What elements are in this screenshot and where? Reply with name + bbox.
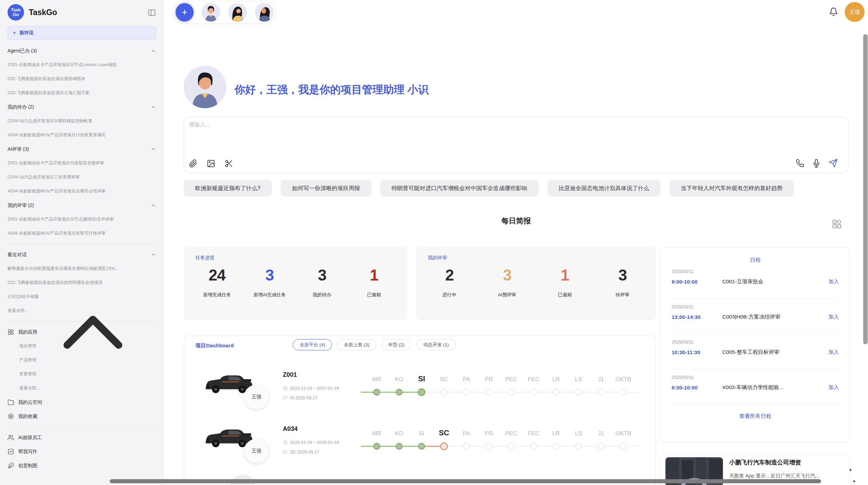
schedule-item-row: 10:30-11:30C005-整车工程目标评审加入 (672, 349, 839, 356)
sidebar-tool-write[interactable]: 帮我写作 (8, 445, 156, 459)
stat-row: 2进行中3AI预评审1已逾期3待评审 (428, 266, 644, 298)
greeting-text: 你好，王强，我是你的项目管理助理 小识 (234, 83, 429, 97)
sidebar-task-item[interactable]: C02-飞腾新能源轻客改款项目里程碑画布 (8, 72, 156, 86)
svg-text:MR: MR (372, 430, 381, 437)
join-meeting-link[interactable]: 加入 (829, 384, 839, 391)
join-meeting-link[interactable]: 加入 (829, 278, 839, 285)
stat-value: 1 (550, 266, 580, 284)
stat-value: 3 (607, 266, 638, 284)
dashboard-tab[interactable]: 全新上装 (3) (337, 339, 376, 350)
sidebar-tool-pen[interactable]: 创意制图 (8, 459, 156, 473)
label: 我的云空间 (18, 399, 42, 406)
agent-avatar-2[interactable] (228, 3, 247, 22)
sidebar-task-item[interactable]: A034-全新新能源MUV产品开发项目造型可行性评审 (8, 226, 156, 240)
dashboard-tab[interactable]: 动总开发 (1) (417, 339, 456, 350)
schedule-time: 10:30-11:30 (672, 349, 722, 356)
dashboard-tab[interactable]: 全新平台 (4) (293, 339, 332, 350)
sidebar-task-item[interactable]: Z001-全新燃油轻卡产品开发项目SI节点属性5D文件评审 (8, 212, 156, 226)
project-row[interactable]: 王强Z0012023-12-19 ~ 2027-01-19SI-2025-05-… (184, 371, 655, 425)
scroll-down-arrow-icon[interactable]: ▾ (849, 467, 852, 472)
scroll-right-arrow-icon[interactable]: ▸ (853, 478, 856, 483)
section-label: Agent已办 (3) (8, 48, 37, 54)
view-all-schedule-link[interactable]: 查看所有日程 (672, 413, 839, 420)
sidebar-section-header[interactable]: 我的待办 (2) (8, 100, 156, 114)
stat-label: 待评审 (607, 292, 638, 298)
composer-card (184, 117, 848, 173)
label: 我的收藏 (18, 413, 37, 420)
label: 创意制图 (18, 463, 37, 469)
project-date-range: 2023-12-19 ~ 2027-01-19 (283, 386, 339, 391)
sidebar-section-header-recent[interactable]: 最近对话 (8, 248, 156, 262)
sidebar-section-header[interactable]: AI评审 (3) (8, 142, 156, 156)
suggestion-chip[interactable]: 当下年轻人对汽车外观有怎样的喜好趋势 (670, 180, 794, 197)
project-dashboard-card: 项目Dashboard 全新平台 (4)全新上装 (3)年型 (2)动总开发 (… (184, 336, 656, 485)
sidebar-section-header[interactable]: Agent已办 (3) (8, 44, 156, 58)
sidebar-task-item[interactable]: A034-全新新能源MUV产品开发项目计划变更表编写 (8, 128, 156, 142)
sidebar-task-item[interactable]: Z001-全新燃油轻卡产品开发项目SI造型提交物评审 (8, 156, 156, 170)
sidebar-item-cloud-space[interactable]: 我的云空间 (8, 395, 156, 409)
recent-chat-item[interactable]: 解释最新出台的欧盟报废车法规再生塑料比例被调至15%... (8, 262, 156, 276)
section-label: 我的待办 (2) (8, 104, 34, 110)
sidebar-section-header[interactable]: 我的评审 (2) (8, 198, 156, 212)
notifications-bell-icon[interactable] (829, 7, 838, 16)
stat-label: 新增完成任务 (202, 292, 232, 298)
chat-input[interactable] (189, 121, 703, 153)
chevron-up-icon (41, 281, 144, 384)
section-label: 我的评审 (2) (8, 202, 34, 209)
date-range-text: 2023-12-19 ~ 2026-01-19 (290, 440, 339, 445)
add-agent-button[interactable]: + (176, 3, 194, 22)
sidebar-task-item[interactable]: C02-飞腾新能源轻客改款项目立项汇报方案 (8, 86, 156, 100)
layout-grid-icon[interactable] (832, 219, 842, 229)
stat-item: 1已逾期 (550, 266, 580, 298)
project-row[interactable]: 王强A0342023-12-19 ~ 2026-01-19SC-2025-05-… (184, 425, 655, 479)
insert-image-icon[interactable] (207, 159, 215, 168)
user-avatar[interactable]: 王强 (845, 2, 865, 22)
sidebar-item-favorites[interactable]: 我的收藏 (8, 409, 156, 423)
svg-text:LS: LS (575, 430, 582, 437)
sidebar-task-item[interactable]: C0X4-动力总成开发项目SI里程碑提交物检查 (8, 114, 156, 128)
vertical-scrollbar[interactable] (863, 34, 868, 344)
flag-icon (283, 396, 288, 400)
flag-icon (283, 450, 288, 455)
send-icon[interactable] (829, 159, 838, 168)
suggestion-chip[interactable]: 欧洲新规最近颁布了什么? (184, 180, 272, 197)
sidebar-collapse-icon[interactable] (147, 8, 156, 17)
stat-item: 3我的待办 (307, 266, 338, 298)
project-milestone-flag: SI-2025-05-17 (283, 396, 317, 400)
voice-call-icon[interactable] (796, 159, 804, 167)
stat-item: 24新增完成任务 (202, 266, 232, 298)
sidebar-tool-users[interactable]: AI超级员工 (8, 431, 156, 445)
join-meeting-link[interactable]: 加入 (829, 349, 839, 356)
stat-label: 我的待办 (307, 292, 338, 298)
sidebar-task-item[interactable]: Z001-全新燃油皮卡产品开发项目SI节点Lesson Learn报告 (8, 58, 156, 72)
sidebar-task-item[interactable]: C0X4-动力总成开发项目工程变更评审 (8, 170, 156, 184)
main-area: + 王强 你好，王强，我是你的项目管理助理 小识 欧洲新规最近颁布了什么?如何写… (164, 0, 868, 485)
agent-avatar-1[interactable] (202, 3, 220, 22)
logo-line-2: Go (13, 12, 19, 17)
suggestion-chip[interactable]: 比亚迪全固态电池计划具体说了什么 (547, 180, 661, 197)
schedule-item: 2025/03/1110:30-11:30C005-整车工程目标评审加入 (672, 334, 839, 370)
suggestion-chip[interactable]: 如何写一份清晰的项目周报 (281, 180, 371, 197)
dashboard-tab[interactable]: 年型 (2) (382, 339, 411, 350)
svg-text:MR: MR (372, 376, 381, 383)
join-meeting-link[interactable]: 加入 (829, 314, 839, 320)
attachment-icon[interactable] (189, 159, 197, 168)
svg-text:PA: PA (463, 376, 470, 383)
svg-text:OKTB: OKTB (615, 430, 631, 437)
suggestion-chip[interactable]: 特朗普可能对进口汽车增税会对中国车企造成哪些影响 (380, 180, 539, 197)
milestone-flag-text: SI-2025-05-17 (290, 396, 317, 400)
schedule-date: 2025/03/11 (672, 304, 839, 309)
section-label: AI评审 (3) (8, 146, 29, 152)
new-chat-button[interactable]: + 新对话 (8, 26, 156, 40)
sidebar-task-item[interactable]: A034-全新新能源MUV产品开发项目法规符合性评审 (8, 184, 156, 198)
composer-right-actions (796, 159, 838, 168)
label: AI超级员工 (18, 435, 42, 441)
milestone-flag-text: SC-2025-05-17 (290, 450, 319, 455)
microphone-icon[interactable] (812, 159, 821, 167)
horizontal-scrollbar[interactable] (110, 479, 821, 483)
svg-text:PR: PR (485, 376, 493, 383)
sidebar-item-my-apps[interactable]: 我的应用 (8, 325, 156, 339)
screenshot-scissors-icon[interactable] (225, 159, 233, 168)
agent-avatar-3[interactable] (255, 3, 274, 22)
stat-card-title: 任务进度 (195, 255, 396, 261)
